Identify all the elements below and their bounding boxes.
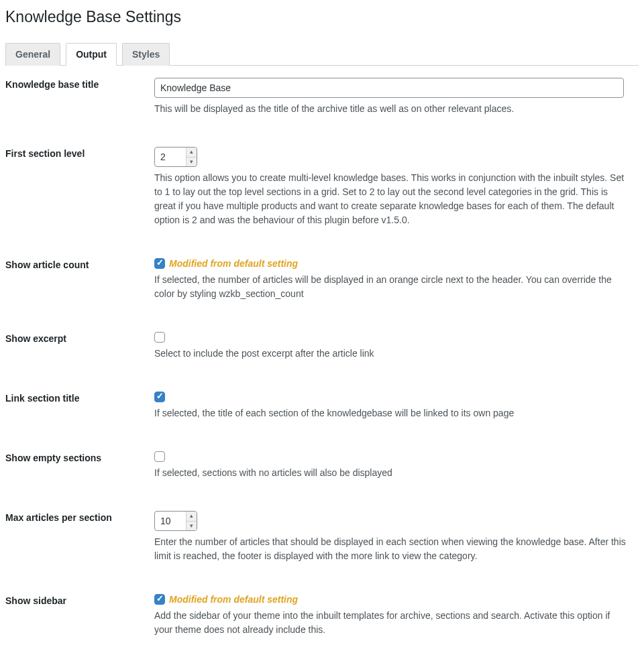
desc-show-empty-sections: If selected, sections with no articles w… <box>154 466 627 480</box>
show-excerpt-checkbox[interactable] <box>154 332 165 343</box>
row-max-articles: Max articles per section ▴ ▾ Enter the n… <box>5 511 639 563</box>
label-kb-title: Knowledge base title <box>5 78 154 90</box>
row-show-excerpt: Show excerpt Select to include the post … <box>5 332 639 361</box>
kb-title-input[interactable] <box>154 78 624 98</box>
desc-show-sidebar: Add the sidebar of your theme into the i… <box>154 609 627 637</box>
row-show-article-count: Show article count Modified from default… <box>5 258 639 301</box>
desc-first-section-level: This option allows you to create multi-l… <box>154 171 627 227</box>
show-article-count-checkbox[interactable] <box>154 258 165 269</box>
label-show-empty-sections: Show empty sections <box>5 451 154 463</box>
modified-badge: Modified from default setting <box>169 594 298 605</box>
spinner-first-section-level[interactable]: ▴ ▾ <box>186 147 197 166</box>
chevron-up-icon[interactable]: ▴ <box>186 512 197 522</box>
spinner-max-articles[interactable]: ▴ ▾ <box>186 512 197 530</box>
chevron-up-icon[interactable]: ▴ <box>186 147 197 158</box>
desc-link-section-title: If selected, the title of each section o… <box>154 406 627 420</box>
label-show-excerpt: Show excerpt <box>5 332 154 344</box>
chevron-down-icon[interactable]: ▾ <box>186 158 197 167</box>
label-link-section-title: Link section title <box>5 392 154 404</box>
desc-show-excerpt: Select to include the post excerpt after… <box>154 347 627 361</box>
show-empty-sections-checkbox[interactable] <box>154 451 165 462</box>
tab-general[interactable]: General <box>5 43 60 66</box>
show-sidebar-checkbox[interactable] <box>154 594 165 605</box>
row-show-sidebar: Show sidebar Modified from default setti… <box>5 594 639 637</box>
modified-badge: Modified from default setting <box>169 258 298 269</box>
label-max-articles: Max articles per section <box>5 511 154 523</box>
label-show-sidebar: Show sidebar <box>5 594 154 606</box>
tab-output[interactable]: Output <box>66 43 117 66</box>
link-section-title-checkbox[interactable] <box>154 392 165 402</box>
desc-kb-title: This will be displayed as the title of t… <box>154 102 627 116</box>
row-kb-title: Knowledge base title This will be displa… <box>5 78 639 116</box>
tabs: General Output Styles <box>5 42 639 66</box>
row-first-section-level: First section level ▴ ▾ This option allo… <box>5 147 639 227</box>
desc-show-article-count: If selected, the number of articles will… <box>154 273 627 301</box>
tab-styles[interactable]: Styles <box>122 43 170 66</box>
row-link-section-title: Link section title If selected, the titl… <box>5 392 639 420</box>
label-first-section-level: First section level <box>5 147 154 159</box>
desc-max-articles: Enter the number of articles that should… <box>154 535 627 563</box>
row-show-empty-sections: Show empty sections If selected, section… <box>5 451 639 480</box>
chevron-down-icon[interactable]: ▾ <box>186 522 197 531</box>
label-show-article-count: Show article count <box>5 258 154 270</box>
page-title: Knowledge Base Settings <box>5 5 639 26</box>
